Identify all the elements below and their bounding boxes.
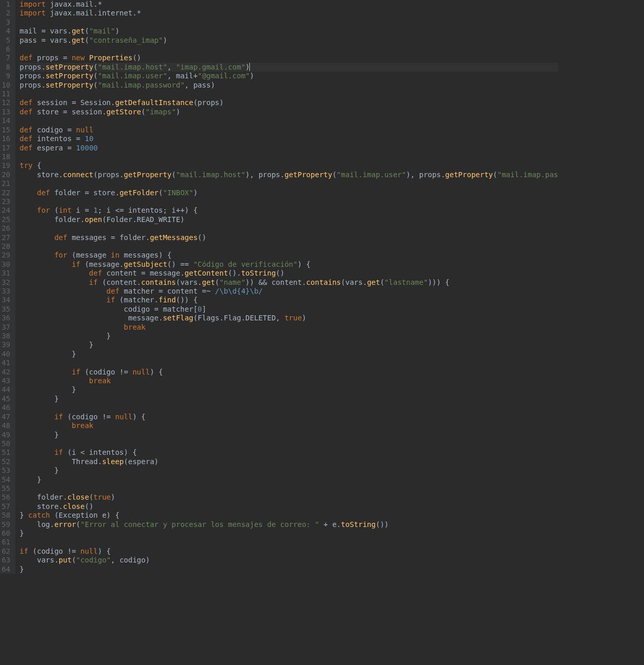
code-line[interactable] (20, 179, 558, 188)
line-number: 17 (0, 144, 11, 152)
code-line[interactable]: if (codigo != null) { (20, 368, 558, 377)
line-number: 61 (0, 538, 11, 547)
code-line[interactable]: def session = Session.getDefaultInstance… (20, 98, 558, 107)
code-line[interactable]: try { (20, 161, 558, 170)
token-kw: null (132, 368, 150, 376)
text-caret (249, 63, 250, 71)
code-line[interactable]: } catch (Exception e) { (20, 511, 558, 520)
code-line[interactable]: if (codigo != null) { (20, 547, 558, 556)
code-line[interactable] (20, 359, 558, 367)
code-line[interactable]: break (20, 421, 558, 430)
code-line[interactable]: props.setProperty("mail.imap.password", … (20, 81, 558, 90)
code-line[interactable]: break (20, 377, 558, 385)
code-line[interactable]: store.connect(props.getProperty("mail.im… (20, 170, 558, 179)
code-line[interactable]: if (matcher.find()) { (20, 296, 558, 304)
code-line[interactable]: } (20, 350, 558, 359)
code-line[interactable] (20, 197, 558, 206)
code-line[interactable] (20, 224, 558, 233)
code-line[interactable]: } (20, 475, 558, 484)
code-line[interactable]: folder.open(Folder.READ_WRITE) (20, 215, 558, 224)
token-id: ( (84, 27, 89, 35)
code-line[interactable]: } (20, 332, 558, 340)
code-line[interactable]: } (20, 395, 558, 403)
code-line[interactable]: def content = message.getContent().toStr… (20, 269, 558, 278)
code-line[interactable]: def props = new Properties() (20, 54, 558, 62)
code-line[interactable]: if (i < intentos) { (20, 448, 558, 457)
token-fn: getMessages (150, 233, 198, 242)
code-line[interactable] (20, 152, 558, 161)
token-id: ( (93, 63, 97, 71)
token-str: "imaps" (145, 108, 176, 116)
token-id: (codigo != (28, 547, 80, 555)
code-line[interactable] (20, 45, 558, 54)
code-line[interactable]: if (codigo != null) { (20, 413, 558, 421)
code-line[interactable]: def messages = folder.getMessages() (20, 233, 558, 242)
code-line[interactable]: def espera = 10000 (20, 144, 558, 152)
token-kw: null (115, 413, 132, 421)
code-line[interactable]: def matcher = content =~ /\b\d{4}\b/ (20, 287, 558, 296)
code-line[interactable] (20, 484, 558, 493)
token-id: } (20, 475, 41, 484)
code-line[interactable]: def folder = store.getFolder("INBOX") (20, 189, 558, 197)
code-line[interactable]: props.setProperty("mail.imap.user", mail… (20, 72, 558, 80)
token-id (20, 296, 107, 304)
code-line[interactable]: folder.close(true) (20, 493, 558, 502)
code-line[interactable]: Thread.sleep(espera) (20, 457, 558, 466)
code-line[interactable]: } (20, 385, 558, 394)
code-line[interactable] (20, 90, 558, 98)
code-line[interactable]: codigo = matcher[0] (20, 305, 558, 314)
code-line[interactable] (20, 116, 558, 125)
token-id (20, 413, 54, 421)
token-id: ))) { (428, 278, 449, 286)
line-number: 5 (0, 36, 11, 45)
token-id: ) (115, 27, 119, 35)
code-line[interactable]: import javax.mail.* (20, 0, 558, 9)
code-line[interactable]: def codigo = null (20, 126, 558, 134)
code-line[interactable]: props.setProperty("mail.imap.host", "ima… (20, 63, 558, 72)
token-fn: close (63, 502, 84, 510)
code-line[interactable]: message.setFlag(Flags.Flag.DELETED, true… (20, 314, 558, 322)
token-kw: try (20, 161, 32, 169)
code-line[interactable]: break (20, 323, 558, 332)
token-kw: true (93, 493, 111, 501)
code-line[interactable]: pass = vars.get("contraseña_imap") (20, 36, 558, 45)
code-line[interactable]: } (20, 529, 558, 538)
line-number: 20 (0, 170, 11, 179)
token-kw: def (89, 269, 102, 277)
line-number: 39 (0, 340, 11, 349)
code-line[interactable] (20, 439, 558, 448)
code-line[interactable]: def store = session.getStore("imaps") (20, 108, 558, 116)
code-line[interactable]: if (message.getSubject() == "Código de v… (20, 260, 558, 269)
token-id: (message (67, 251, 111, 259)
code-line[interactable]: log.error("Error al conectar y procesar … (20, 520, 558, 529)
code-area[interactable]: import javax.mail.*import javax.mail.int… (15, 0, 558, 574)
token-kw: null (80, 547, 98, 555)
token-fn: error (54, 520, 76, 528)
line-number: 31 (0, 269, 11, 278)
code-line[interactable] (20, 18, 558, 27)
code-line[interactable]: if (content.contains(vars.get("name")) &… (20, 278, 558, 287)
code-line[interactable] (20, 242, 558, 251)
code-line[interactable] (20, 538, 558, 547)
code-line[interactable]: } (20, 431, 558, 439)
token-kw: if (89, 278, 98, 286)
code-line[interactable]: for (message in messages) { (20, 251, 558, 260)
code-line[interactable]: import javax.mail.internet.* (20, 9, 558, 18)
token-id: store. (20, 502, 63, 510)
code-line[interactable]: store.close() (20, 502, 558, 511)
code-line[interactable] (20, 403, 558, 412)
code-line[interactable]: for (int i = 1; i <= intentos; i++) { (20, 206, 558, 215)
token-id: store = session. (32, 108, 106, 116)
code-line[interactable]: } (20, 340, 558, 349)
token-id: messages = folder. (67, 233, 150, 242)
code-line[interactable]: vars.put("codigo", codigo) (20, 556, 558, 565)
token-fn: open (84, 215, 102, 224)
code-line[interactable]: def intentos = 10 (20, 134, 558, 143)
code-line[interactable]: mail = vars.get("mail") (20, 27, 558, 36)
code-editor[interactable]: 1234567891011121314151617181920212223242… (0, 0, 558, 574)
token-id (20, 323, 124, 331)
code-line[interactable]: } (20, 565, 558, 574)
line-number: 16 (0, 134, 11, 143)
code-line[interactable]: } (20, 466, 558, 475)
token-id: () (132, 54, 141, 62)
